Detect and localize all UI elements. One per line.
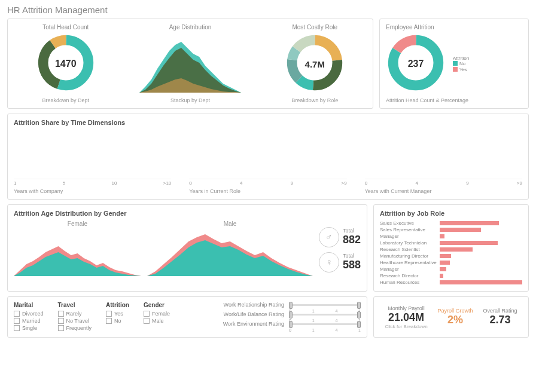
checkbox-icon[interactable]	[14, 318, 20, 324]
payroll-value: 21.04M	[385, 311, 427, 324]
kpi-age-title: Age Distribution	[118, 24, 263, 30]
gender-card: Attrition Age Distribution by Gender Fem…	[7, 204, 367, 292]
bargroup-label: Years with Current Manager	[365, 188, 522, 194]
stats-card[interactable]: Monthly Payroll 21.04M Click for Breakdo…	[373, 296, 529, 338]
rating-label: Work Relationship Rating	[224, 302, 284, 308]
checkbox-icon[interactable]	[144, 318, 150, 324]
checkbox-icon[interactable]	[106, 311, 112, 317]
kpi-role-title: Most Costly Role	[263, 24, 367, 30]
filter-item[interactable]: Male	[144, 318, 170, 324]
attrition-card: Employee Attrition 237 Attrition No Yes …	[379, 19, 529, 109]
male-area[interactable]: Male	[147, 220, 313, 278]
top-row: Total Head Count 1470 Breakdown by Dept …	[7, 19, 529, 109]
male-total-value: 882	[343, 234, 361, 246]
filter-item[interactable]: Frequently	[58, 325, 92, 331]
bargroup-label: Years with Company	[14, 188, 171, 194]
role-value: 4.7M	[305, 59, 325, 69]
filter-genderf: GenderFemaleMale	[144, 302, 170, 332]
legend-yes: Yes	[459, 67, 467, 72]
filter-item[interactable]: Rarely	[58, 311, 92, 317]
bargroup-0[interactable]: 1510>10Years with Company	[14, 130, 171, 194]
attrition-value: 237	[408, 59, 424, 69]
female-area[interactable]: Female	[14, 220, 141, 278]
time-card: Attrition Share by Time Dimensions 1510>…	[7, 114, 529, 200]
job-row[interactable]: Sales Executive	[380, 220, 522, 226]
job-label: Healthcare Representative	[380, 260, 440, 265]
filter-item[interactable]: Yes	[106, 311, 129, 317]
job-row[interactable]: Manager	[380, 267, 522, 272]
female-total-label: Total	[343, 253, 361, 259]
filter-title: Attrition	[106, 302, 129, 308]
growth-value: 2%	[438, 314, 473, 326]
filter-item[interactable]: No	[106, 318, 129, 324]
attrition-donut[interactable]: 237	[386, 33, 446, 95]
gender-title: Attrition Age Distribution by Gender	[14, 210, 361, 217]
age-caption: Stackup by Dept	[118, 97, 263, 103]
bargroup-2[interactable]: 049>9Years with Current Manager	[365, 130, 522, 194]
filter-title: Gender	[144, 302, 170, 308]
age-area-chart	[139, 33, 241, 93]
checkbox-icon[interactable]	[14, 311, 20, 317]
kpi-headcount[interactable]: Total Head Count 1470 Breakdown by Dept	[14, 24, 118, 103]
rating-label: Overall Rating	[483, 308, 517, 314]
filter-item[interactable]: No Travel	[58, 318, 92, 324]
payroll-sub: Click for Breakdown	[385, 324, 427, 329]
job-row[interactable]: Healthcare Representative	[380, 260, 522, 265]
growth-label: Payroll Growth	[438, 308, 473, 314]
bargroup-1[interactable]: 049>9Years in Current Role	[189, 130, 346, 194]
job-label: Human Resources	[380, 280, 440, 285]
filter-item[interactable]: Married	[14, 318, 44, 324]
job-row[interactable]: Sales Representative	[380, 227, 522, 232]
checkbox-icon[interactable]	[58, 325, 64, 331]
job-row[interactable]: Research Scientist	[380, 247, 522, 252]
jobrole-title: Attrition by Job Role	[380, 210, 522, 217]
slider[interactable]: 0141	[289, 302, 361, 308]
male-icon: ♂	[319, 227, 339, 247]
checkbox-icon[interactable]	[144, 311, 150, 317]
job-row[interactable]: Laboratory Technician	[380, 240, 522, 246]
slider[interactable]: 0141	[289, 311, 361, 317]
job-label: Manager	[380, 234, 440, 239]
job-label: Manager	[380, 267, 440, 272]
filter-title: Travel	[58, 302, 92, 308]
job-label: Manufacturing Director	[380, 253, 440, 259]
filter-item[interactable]: Female	[144, 311, 170, 317]
job-row[interactable]: Manufacturing Director	[380, 253, 522, 259]
filter-card: MaritalDivorcedMarriedSingleTravelRarely…	[7, 296, 367, 338]
attrition-title: Employee Attrition	[386, 24, 522, 30]
job-row[interactable]: Research Director	[380, 273, 522, 278]
role-caption: Breakdown by Role	[263, 97, 367, 103]
job-label: Research Scientist	[380, 247, 440, 252]
kpi-headcount-title: Total Head Count	[14, 24, 118, 30]
rating-row: Work/Life Balance Rating0141	[184, 311, 361, 317]
checkbox-icon[interactable]	[14, 325, 20, 331]
checkbox-icon[interactable]	[58, 311, 64, 317]
female-label: Female	[14, 220, 141, 227]
rating-row: Work Relationship Rating0141	[184, 302, 361, 308]
job-row[interactable]: Human Resources	[380, 280, 522, 285]
legend-title: Attrition	[453, 56, 469, 61]
kpi-age[interactable]: Age Distribution Stackup by Dept	[118, 24, 263, 103]
rating-label: Work/Life Balance Rating	[224, 311, 284, 317]
filter-marital: MaritalDivorcedMarriedSingle	[14, 302, 44, 332]
male-total-label: Total	[343, 228, 361, 234]
rating-row: Work Environment Rating0141	[184, 321, 361, 327]
checkbox-icon[interactable]	[58, 318, 64, 324]
slider[interactable]: 0141	[289, 321, 361, 327]
filter-attrition: AttritionYesNo	[106, 302, 129, 332]
gender-totals: ♂ Total882 ♀ Total588	[319, 227, 361, 272]
job-label: Sales Representative	[380, 227, 440, 232]
job-row[interactable]: Manager	[380, 234, 522, 239]
filter-item[interactable]: Divorced	[14, 311, 44, 317]
page-title: HR Attrition Management	[7, 5, 529, 15]
checkbox-icon[interactable]	[106, 318, 112, 324]
filter-title: Marital	[14, 302, 44, 308]
filter-item[interactable]: Single	[14, 325, 44, 331]
role-donut: 4.7M	[285, 33, 345, 95]
kpi-role[interactable]: Most Costly Role 4.7M Breakdown by Role	[263, 24, 367, 103]
legend-no: No	[459, 61, 465, 66]
headcount-caption: Breakdown by Dept	[14, 97, 118, 103]
job-label: Sales Executive	[380, 220, 440, 226]
bargroup-label: Years in Current Role	[189, 188, 346, 194]
payroll-label: Monthly Payroll	[385, 305, 427, 311]
